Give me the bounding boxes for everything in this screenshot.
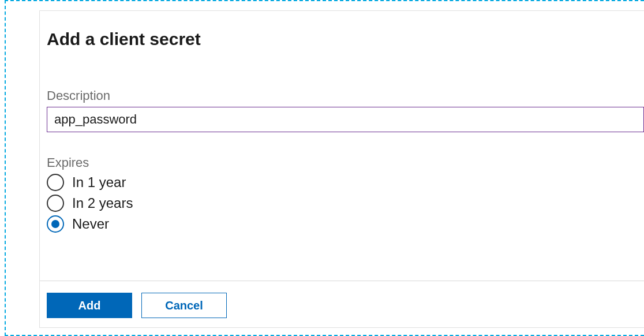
expires-radio-group: In 1 year In 2 years Never bbox=[47, 174, 644, 233]
cancel-button[interactable]: Cancel bbox=[141, 293, 227, 318]
description-label: Description bbox=[47, 88, 644, 103]
panel-title: Add a client secret bbox=[47, 29, 644, 49]
radio-off-icon bbox=[47, 174, 64, 191]
footer-divider bbox=[40, 281, 644, 281]
description-input[interactable] bbox=[47, 107, 644, 132]
button-row: Add Cancel bbox=[47, 293, 227, 318]
add-button[interactable]: Add bbox=[47, 293, 132, 318]
radio-option-never[interactable]: Never bbox=[47, 215, 644, 233]
dashed-frame: Add a client secret Description Expires … bbox=[5, 0, 644, 336]
radio-option-label: In 2 years bbox=[72, 195, 133, 211]
radio-off-icon bbox=[47, 195, 64, 212]
radio-option-in-1-year[interactable]: In 1 year bbox=[47, 174, 644, 191]
side-strip bbox=[5, 249, 6, 272]
radio-option-label: Never bbox=[72, 216, 109, 232]
add-client-secret-panel: Add a client secret Description Expires … bbox=[39, 10, 644, 328]
radio-on-icon bbox=[47, 215, 64, 233]
radio-option-label: In 1 year bbox=[72, 174, 126, 191]
radio-option-in-2-years[interactable]: In 2 years bbox=[47, 195, 644, 212]
expires-label: Expires bbox=[47, 155, 644, 170]
